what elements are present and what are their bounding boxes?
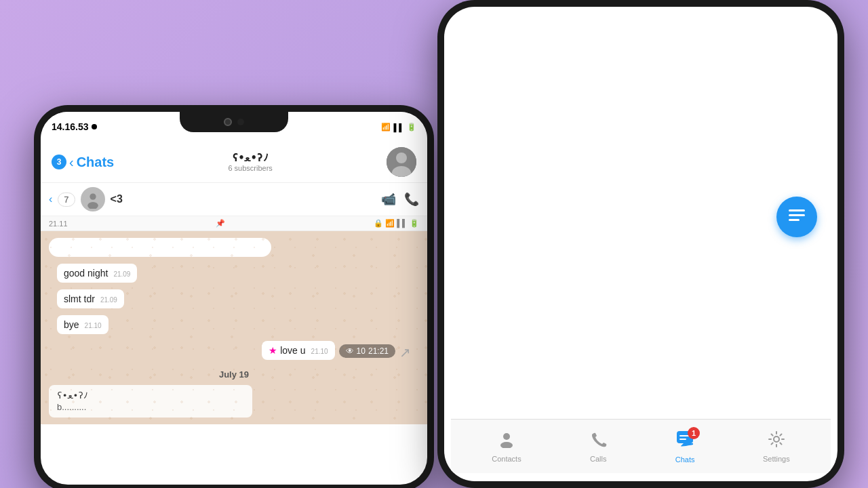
chats-notification-badge: 1 — [688, 427, 700, 439]
avatar-large — [387, 147, 416, 177]
message-bubble-2: slmt tdr 21.09 — [57, 289, 124, 308]
msg-time-2: 21.09 — [100, 296, 117, 304]
notch — [180, 112, 288, 132]
svg-point-4 — [90, 193, 96, 199]
chats-title: Chats — [77, 155, 115, 170]
channel-name: ʕ•ﻌ•ʔﾉ — [114, 152, 387, 164]
view-time: 21:21 — [368, 346, 389, 356]
date-divider: July 19 — [49, 364, 419, 385]
msg-time-1: 21.09 — [113, 270, 130, 278]
status-icons-row: 🔒 📶 ▌▌ 🔋 — [374, 219, 419, 228]
status-bar-left: 14.16.53 📶 ▌▌ 🔋 — [41, 112, 427, 142]
msg-time-4: 21.10 — [311, 348, 328, 355]
svg-point-1 — [396, 152, 407, 163]
msg-row-3: bye 21.10 — [49, 315, 419, 338]
msg-row-4-container: love u 21.10 👁 10 21:21 ↗ — [49, 341, 419, 364]
msg-row-2: slmt tdr 21.09 — [49, 289, 419, 312]
back-arrow-icon[interactable]: ‹ — [69, 155, 74, 170]
message-bubble-4: love u 21.10 — [262, 341, 334, 360]
status-time: 14.16.53 — [52, 121, 89, 132]
chats-header: 3 ‹ Chats ʕ•ﻌ•ʔﾉ 6 subscribers — [41, 142, 427, 183]
inner-chat-header: ‹ 7 <3 📹 📞 — [41, 183, 427, 216]
battery-icon: 🔋 — [407, 123, 416, 131]
chat-status-line: 21.11 📌 🔒 📶 ▌▌ 🔋 — [41, 216, 427, 231]
compose-icon — [786, 204, 808, 230]
msg-text-3: bye — [64, 319, 79, 330]
settings-icon — [768, 430, 785, 452]
inner-chat-left: ‹ 7 <3 — [49, 187, 123, 211]
partial-message-text: b.......... — [57, 402, 244, 412]
subscriber-count: 6 subscribers — [114, 164, 387, 172]
message-bubble-1: good night 21.09 — [57, 264, 137, 283]
settings-label: Settings — [763, 455, 790, 463]
wifi-icon: 📶 — [381, 123, 391, 131]
nav-calls[interactable]: Calls — [589, 430, 607, 463]
notch-cam2 — [237, 119, 244, 125]
contacts-label: Contacts — [492, 455, 521, 463]
share-icon[interactable]: ↗ — [399, 344, 411, 361]
right-content-area — [444, 7, 837, 481]
nav-contacts[interactable]: Contacts — [492, 430, 521, 463]
svg-rect-13 — [679, 439, 686, 440]
msg-text-1: good night — [64, 268, 108, 279]
phone-left-screen: 14.16.53 📶 ▌▌ 🔋 3 ‹ Chats ʕ — [41, 112, 427, 485]
compose-fab[interactable] — [776, 197, 817, 237]
message-count-badge: 7 — [58, 192, 75, 207]
phone-right: Contacts Calls — [437, 0, 858, 488]
bottom-navigation: Contacts Calls — [451, 419, 831, 473]
calls-icon — [589, 430, 607, 452]
svg-rect-7 — [789, 214, 805, 216]
battery-dot — [92, 124, 97, 129]
phone-left-body: 14.16.53 📶 ▌▌ 🔋 3 ‹ Chats ʕ — [34, 105, 434, 488]
chat-avatar — [81, 187, 105, 211]
phone-right-body: Contacts Calls — [437, 0, 844, 488]
phone-right-screen: Contacts Calls — [444, 7, 837, 481]
msg-time-3: 21.10 — [85, 322, 102, 329]
svg-rect-8 — [789, 219, 800, 221]
svg-rect-6 — [789, 209, 805, 211]
view-count-badge: 👁 10 21:21 — [339, 344, 395, 358]
message-bubble-3: bye 21.10 — [57, 315, 108, 334]
channel-header-center: ʕ•ﻌ•ʔﾉ 6 subscribers — [114, 152, 387, 172]
nav-chats[interactable]: 1 Chats — [675, 430, 695, 464]
contacts-icon — [498, 430, 515, 452]
phone-left: 14.16.53 📶 ▌▌ 🔋 3 ‹ Chats ʕ — [14, 105, 420, 488]
chat-body: good night 21.09 slmt tdr 21.09 bye 21.1… — [41, 231, 427, 424]
partial-message: ʕ•ﻌ•ʔﾉ b.......... — [49, 385, 252, 418]
chat-contact-name: <3 — [111, 193, 123, 205]
svg-point-14 — [774, 436, 779, 442]
calls-label: Calls — [590, 455, 606, 463]
signal-icon: ▌▌ — [393, 123, 404, 131]
message-input-area[interactable] — [49, 238, 271, 257]
pin-icon: 📌 — [216, 219, 225, 228]
inner-back-btn[interactable]: ‹ — [49, 193, 52, 205]
chats-badge-container: 1 — [675, 430, 694, 453]
msg-text-4: love u — [269, 345, 305, 356]
partial-channel-name: ʕ•ﻌ•ʔﾉ — [57, 390, 244, 401]
video-call-btn[interactable]: 📹 — [381, 192, 396, 207]
notch-cam1 — [224, 118, 232, 126]
nav-settings[interactable]: Settings — [763, 430, 790, 463]
status-date: 21.11 — [49, 220, 68, 228]
svg-point-9 — [503, 433, 510, 440]
unread-badge: 3 — [52, 155, 66, 169]
msg-text-2: slmt tdr — [64, 293, 95, 304]
voice-call-btn[interactable]: 📞 — [404, 192, 419, 207]
svg-point-10 — [500, 442, 513, 448]
chats-label: Chats — [675, 455, 695, 464]
view-number: 10 — [357, 346, 366, 356]
inner-chat-right: 📹 📞 — [381, 192, 419, 207]
eye-icon: 👁 — [346, 346, 354, 356]
status-icons: 📶 ▌▌ 🔋 — [381, 123, 416, 131]
msg-row-1: good night 21.09 — [49, 264, 419, 287]
